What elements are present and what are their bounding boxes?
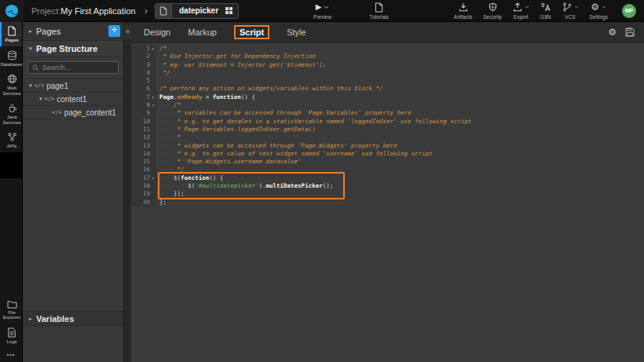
line-number: 1 <box>131 45 150 53</box>
code-line[interactable]: 2 * Use Injector.get for Dependency Inje… <box>131 53 644 60</box>
line-number: 14 <box>131 150 150 158</box>
widget-code-icon: </> <box>52 109 62 115</box>
expand-arrow-icon[interactable]: ▾ <box>29 82 32 89</box>
editor-settings-gear-icon[interactable]: ⚙ <box>608 27 617 37</box>
code-line[interactable]: 3 * eg: var $timeout = Injector.get('$ti… <box>131 61 644 69</box>
line-number: 18 <box>131 182 150 190</box>
variables-header[interactable]: ▸ Variables <box>23 311 123 326</box>
code-line[interactable]: 16···· */ <box>131 166 644 174</box>
page-structure-header[interactable]: ▾ Page Structure <box>23 41 123 57</box>
search-input[interactable] <box>42 64 113 71</box>
code-line[interactable]: 1▾/* <box>131 45 644 53</box>
panel-filler <box>23 119 123 311</box>
sidebar-item-file-explorer[interactable]: File Explorer <box>0 296 22 324</box>
code-line[interactable]: 19····}); <box>131 190 644 198</box>
fold-gutter <box>150 126 156 133</box>
export-upload-icon <box>513 2 522 12</box>
line-number: 15 <box>131 158 150 166</box>
vcs-button[interactable]: VCS <box>562 2 579 20</box>
code-lines: 1▾/*2 * Use Injector.get for Dependency … <box>131 45 644 207</box>
line-number: 19 <box>131 190 150 198</box>
code-line[interactable]: 14···· * e.g. to get value of text widge… <box>131 150 644 158</box>
i18n-label: I18N <box>540 14 551 20</box>
code-line[interactable]: 7▾Page.onReady = function() { <box>131 93 644 101</box>
fold-toggle-icon[interactable]: ▾ <box>150 101 156 109</box>
code-line[interactable]: 12···· * <box>131 133 644 141</box>
code-text: ········$('#multidatepicker').multiDates… <box>156 182 333 190</box>
pages-grid-icon[interactable] <box>225 7 232 14</box>
code-line[interactable]: 5 <box>131 77 644 85</box>
search-container <box>23 57 123 79</box>
code-line[interactable]: 10···· * e.g. to get dataSet in a static… <box>131 118 644 126</box>
editor-pane: Design Markup Script Style ⚙ 1▾/*2 * Use… <box>131 22 644 362</box>
save-icon[interactable] <box>625 27 635 37</box>
code-line[interactable]: 18········$('#multidatepicker').multiDat… <box>131 182 644 190</box>
widget-code-icon: </> <box>45 96 55 102</box>
line-number: 9 <box>131 109 150 117</box>
widget-code-icon: </> <box>35 82 45 89</box>
security-button[interactable]: Security <box>483 2 501 20</box>
main-area: Pages Databases Web Services <box>0 22 644 362</box>
pages-panel-header[interactable]: ▸ Pages + <box>23 22 123 41</box>
tutorials-button[interactable]: Tutorials <box>369 2 389 20</box>
code-line[interactable]: 17▾····$(function() { <box>131 174 644 182</box>
code-text: ···· * widgets can be accessed through '… <box>156 142 397 150</box>
sidebar-more-icon[interactable]: ••• <box>0 347 22 362</box>
add-page-button[interactable]: + <box>108 25 120 37</box>
apis-icon <box>7 132 17 142</box>
sidebar-item-java-services[interactable]: Java Services <box>0 99 22 128</box>
user-avatar[interactable]: MP <box>622 4 636 18</box>
settings-gear-icon: ⚙ <box>591 2 599 12</box>
code-editor[interactable]: 1▾/*2 * Use Injector.get for Dependency … <box>131 43 644 362</box>
code-line[interactable]: 8▾····/* <box>131 101 644 109</box>
chevron-down-icon <box>324 5 329 9</box>
search-icon <box>32 64 39 71</box>
sidebar-item-logs[interactable]: Logs <box>0 324 22 348</box>
fold-toggle-icon[interactable]: ▾ <box>150 45 156 53</box>
tab-design[interactable]: Design <box>144 27 170 37</box>
code-text: }; <box>156 199 166 207</box>
tree-item-page1[interactable]: ▾ </> page1 <box>23 79 123 93</box>
fold-gutter <box>150 199 156 207</box>
tree-item-content1[interactable]: ▾ </> content1 <box>23 93 123 106</box>
code-text: */ <box>156 69 170 77</box>
pages-icon <box>7 26 16 36</box>
tab-markup[interactable]: Markup <box>188 27 217 37</box>
panel-bottom-filler <box>23 326 123 362</box>
collapse-panel-button[interactable]: « <box>124 25 132 39</box>
export-button[interactable]: Export <box>513 2 529 20</box>
security-label: Security <box>483 14 501 20</box>
code-line[interactable]: 11···· * Page.Variables.loggedInUser.get… <box>131 126 644 133</box>
export-label: Export <box>514 14 529 20</box>
chevron-down-icon <box>525 5 529 9</box>
sidebar-item-web-services[interactable]: Web Services <box>0 70 22 99</box>
fold-gutter <box>150 77 156 85</box>
sidebar-item-apis[interactable]: APIs <box>0 128 22 152</box>
i18n-button[interactable]: I18N <box>540 2 551 20</box>
tab-script[interactable]: Script <box>234 25 269 39</box>
fold-toggle-icon[interactable]: ▾ <box>150 93 156 101</box>
page-structure-title: Page Structure <box>36 44 97 53</box>
page-tab-datepicker[interactable]: datepicker <box>155 3 239 19</box>
settings-button[interactable]: ⚙ Settings <box>590 2 609 20</box>
tree-item-page_content1[interactable]: </> page_content1 <box>23 106 123 119</box>
artifacts-button[interactable]: Artifacts <box>454 2 472 20</box>
code-line[interactable]: 20}; <box>131 199 644 207</box>
line-number: 8 <box>131 101 150 109</box>
code-line[interactable]: 4 */ <box>131 69 644 77</box>
tab-style[interactable]: Style <box>287 27 306 37</box>
expand-arrow-icon: ▾ <box>29 46 36 52</box>
code-line[interactable]: 15···· * 'Page.Widgets.username.datavalu… <box>131 158 644 166</box>
preview-button[interactable]: ▶ Preview <box>313 2 331 20</box>
sidebar-item-databases[interactable]: Databases <box>0 46 22 71</box>
fold-toggle-icon[interactable]: ▾ <box>150 174 156 182</box>
code-line[interactable]: 13···· * widgets can be accessed through… <box>131 142 644 150</box>
panel-collapse-strip: « <box>123 22 131 362</box>
expand-arrow-icon[interactable]: ▾ <box>39 96 42 102</box>
sidebar-item-pages[interactable]: Pages <box>0 22 22 46</box>
search-box[interactable] <box>27 61 119 74</box>
app-logo-icon[interactable] <box>0 0 24 22</box>
code-line[interactable]: 9···· * variables can be accessed throug… <box>131 109 644 117</box>
project-label: Project: <box>31 6 60 16</box>
code-line[interactable]: 6/* perform any action on widgets/variab… <box>131 85 644 93</box>
